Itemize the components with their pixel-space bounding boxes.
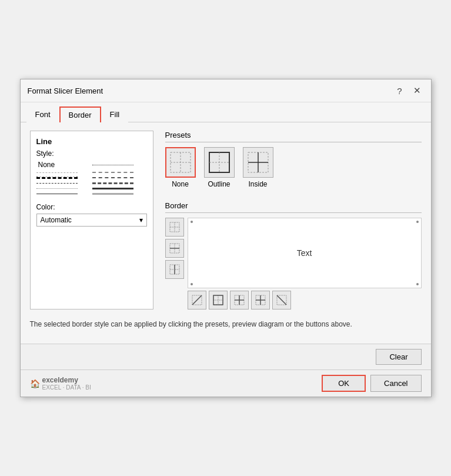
dialog-footer: Clear — [21, 344, 431, 370]
format-slicer-dialog: Format Slicer Element ? ✕ Font Border Fi… — [20, 79, 432, 397]
style-solid-med[interactable] — [92, 181, 147, 185]
color-row: Color: Automatic ▾ — [36, 203, 147, 227]
border-top-left-icon — [169, 221, 181, 233]
border-top-left-button[interactable] — [165, 218, 184, 237]
title-bar: Format Slicer Element ? ✕ — [21, 79, 431, 102]
style-dotted-fine[interactable] — [36, 171, 91, 174]
style-solid-thin[interactable] — [36, 192, 91, 196]
info-text: The selected border style can be applied… — [30, 318, 422, 331]
style-none-label: None — [36, 160, 91, 169]
watermark-icon: 🏠 — [30, 379, 40, 388]
cancel-button[interactable]: Cancel — [370, 375, 421, 392]
preset-outline-icon — [208, 151, 230, 174]
presets-section: Presets None — [165, 131, 422, 192]
border-horizontal-center-icon — [255, 294, 266, 306]
corner-dot-bl — [191, 283, 193, 285]
svg-line-32 — [277, 295, 286, 305]
style-gray-thick[interactable] — [92, 192, 147, 196]
preset-outline-button[interactable] — [204, 147, 235, 178]
style-dash-dot-2[interactable] — [92, 175, 147, 180]
border-bottom-icon — [212, 294, 224, 306]
title-bar-actions: ? ✕ — [393, 84, 424, 97]
color-value: Automatic — [41, 216, 72, 224]
preset-none-button[interactable] — [165, 147, 196, 178]
corner-dot-tr — [416, 221, 419, 223]
border-bottom-buttons-row — [188, 291, 422, 309]
border-bottom-left-button[interactable] — [165, 260, 184, 279]
main-content-row: Line Style: None — [30, 131, 422, 309]
border-section-title: Border — [165, 201, 422, 213]
main-buttons: OK Cancel — [322, 375, 421, 392]
border-horizontal-center-button[interactable] — [251, 291, 270, 309]
corner-dot-tl — [191, 221, 193, 223]
border-diagonal-right-button[interactable] — [272, 291, 291, 309]
preset-none: None — [165, 147, 196, 188]
border-vertical-center-button[interactable] — [230, 291, 249, 309]
border-preview-text: Text — [297, 248, 312, 258]
border-middle-left-button[interactable] — [165, 239, 184, 258]
style-dash-dot-dot[interactable] — [36, 181, 91, 185]
line-panel: Line Style: None — [30, 131, 153, 309]
preset-inside-icon — [247, 151, 269, 174]
line-section-title: Line — [36, 137, 147, 146]
style-dashed-med[interactable] — [92, 171, 147, 174]
style-dotted-2[interactable] — [36, 187, 91, 191]
right-panel: Presets None — [165, 131, 422, 309]
style-label: Style: — [36, 149, 147, 158]
color-dropdown-icon: ▾ — [139, 216, 143, 224]
border-diagonal-left-button[interactable] — [188, 291, 206, 309]
border-section: Border — [165, 201, 422, 309]
line-style-grid: None — [36, 160, 147, 196]
close-button[interactable]: ✕ — [411, 84, 424, 97]
preset-none-icon — [169, 151, 192, 174]
clear-button[interactable]: Clear — [376, 349, 421, 365]
border-bottom-left-icon — [169, 264, 181, 275]
border-diagonal-right-icon — [276, 294, 288, 306]
presets-title: Presets — [165, 131, 422, 142]
preset-none-label: None — [172, 180, 189, 188]
corner-dot-br — [416, 283, 419, 285]
watermark-text: exceldemy EXCEL · DATA · BI — [42, 376, 91, 391]
dialog-body: Line Style: None — [21, 122, 431, 344]
ok-cancel-bar: 🏠 exceldemy EXCEL · DATA · BI OK Cancel — [21, 370, 431, 397]
style-dotted-1[interactable] — [92, 160, 147, 169]
border-area: Text — [165, 218, 422, 288]
tab-border[interactable]: Border — [59, 106, 101, 122]
preset-outline: Outline — [204, 147, 235, 188]
preset-inside-label: Inside — [248, 180, 267, 188]
border-left-buttons — [165, 218, 184, 288]
preset-outline-label: Outline — [208, 180, 230, 188]
tab-font[interactable]: Font — [26, 106, 59, 122]
border-preview[interactable]: Text — [188, 218, 422, 288]
dialog-title: Format Slicer Element — [28, 86, 103, 95]
preset-inside-button[interactable] — [243, 147, 273, 178]
svg-line-19 — [192, 295, 202, 305]
tabs-bar: Font Border Fill — [21, 102, 431, 122]
border-bottom-button[interactable] — [209, 291, 228, 309]
help-button[interactable]: ? — [393, 84, 406, 97]
watermark: 🏠 exceldemy EXCEL · DATA · BI — [30, 376, 91, 391]
color-select[interactable]: Automatic ▾ — [36, 214, 147, 227]
tab-fill[interactable]: Fill — [101, 106, 129, 122]
border-diagonal-left-icon — [191, 294, 203, 306]
style-dash-dot[interactable] — [36, 175, 91, 180]
border-middle-left-icon — [169, 242, 181, 254]
footer-right: Clear — [376, 349, 421, 365]
border-vertical-center-icon — [233, 294, 245, 306]
presets-row: None Outline — [165, 147, 422, 188]
preset-inside: Inside — [243, 147, 273, 188]
color-label: Color: — [36, 203, 147, 211]
style-solid-thick[interactable] — [92, 187, 147, 191]
ok-button[interactable]: OK — [322, 375, 366, 392]
